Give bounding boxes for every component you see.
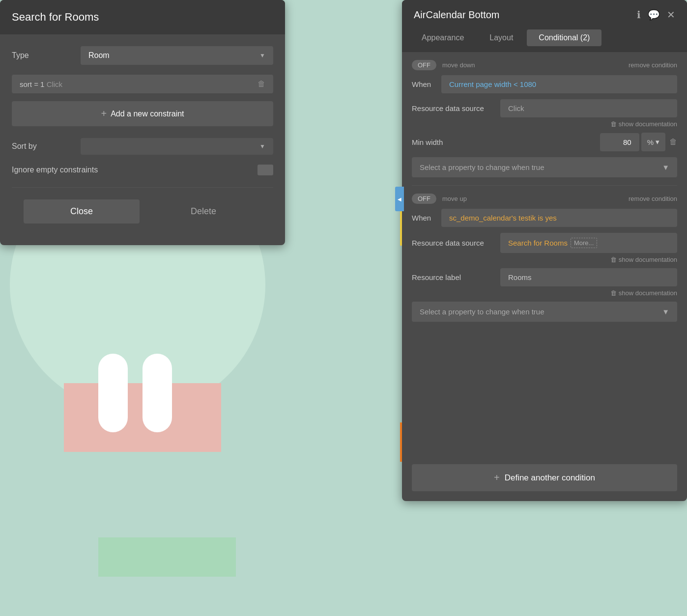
ignore-row: Ignore empty constraints <box>12 165 273 188</box>
info-icon[interactable]: ℹ <box>637 9 641 21</box>
sort-chevron-icon: ▼ <box>259 143 265 150</box>
condition-2-resource-label: Resource data source <box>412 239 500 247</box>
constraint-row[interactable]: sort = 1 Click 🗑 <box>12 75 273 93</box>
action-buttons: Close Delete <box>12 199 273 224</box>
type-label: Type <box>12 51 81 60</box>
condition-1-min-width-row: Min width 80 % ▾ 🗑 <box>412 133 677 151</box>
condition-2-resource-label-row: Resource label Rooms <box>412 268 677 286</box>
condition-1-show-doc[interactable]: 🗑 show documentation <box>610 120 677 128</box>
ignore-toggle[interactable] <box>258 165 273 175</box>
tabs: Appearance Layout Conditional (2) <box>402 29 687 52</box>
condition-1-doc-row: 🗑 show documentation <box>412 120 677 128</box>
condition-2-resource-label-label: Resource label <box>412 273 500 281</box>
constraint-click: Click <box>47 80 63 88</box>
condition-2-select-property[interactable]: Select a property to change when true ▼ <box>412 302 677 322</box>
accent-bar-orange <box>400 422 402 462</box>
tab-conditional[interactable]: Conditional (2) <box>527 29 601 46</box>
trash-small-icon: 🗑 <box>610 120 617 128</box>
sort-row: Sort by ▼ <box>12 138 273 155</box>
condition-1-select-property-label: Select a property to change when true <box>420 163 544 171</box>
tab-layout[interactable]: Layout <box>478 29 525 46</box>
type-select[interactable]: Room ▼ <box>81 46 273 65</box>
condition-1-resource-label: Resource data source <box>412 104 500 112</box>
condition-2-property-chevron-icon: ▼ <box>662 308 669 316</box>
condition-1-resource-row: Resource data source Click <box>412 99 677 117</box>
sort-select[interactable]: ▼ <box>81 138 273 155</box>
condition-2-resource-value[interactable]: Search for Rooms More... <box>500 233 677 253</box>
condition-2-resource-row: Resource data source Search for Rooms Mo… <box>412 233 677 253</box>
add-constraint-plus-icon: + <box>101 108 107 119</box>
trash-small-icon-2: 🗑 <box>610 256 617 263</box>
condition-2-when-row: When sc_demo_calendar's testik is yes <box>412 209 677 227</box>
bg-pill-left <box>98 354 128 432</box>
min-width-trash-icon[interactable]: 🗑 <box>669 138 677 146</box>
condition-2-when-value[interactable]: sc_demo_calendar's testik is yes <box>441 209 677 227</box>
condition-1-block: OFF move down remove condition When Curr… <box>412 60 677 177</box>
right-panel-body: OFF move down remove condition When Curr… <box>402 52 687 464</box>
condition-1-property-chevron-icon: ▼ <box>662 163 669 171</box>
condition-2-off-badge[interactable]: OFF <box>412 194 436 204</box>
condition-2-resource-orange: Search for Rooms <box>508 239 568 247</box>
right-panel: AirCalendar Bottom ℹ 💬 ✕ Appearance Layo… <box>402 0 687 501</box>
delete-button[interactable]: Delete <box>145 199 261 224</box>
condition-2-select-property-label: Select a property to change when true <box>420 308 544 316</box>
condition-2-doc-row: 🗑 show documentation <box>412 256 677 263</box>
condition-1-controls: OFF move down remove condition <box>412 60 677 70</box>
condition-2-move-up[interactable]: move up <box>442 195 467 202</box>
add-constraint-label: Add a new constraint <box>111 110 184 118</box>
min-width-label: Min width <box>412 138 500 146</box>
search-rooms-panel: Search for Rooms Type Room ▼ sort = 1 Cl… <box>0 0 285 245</box>
condition-1-resource-value[interactable]: Click <box>500 99 677 117</box>
condition-1-when-value[interactable]: Current page width < 1080 <box>441 75 677 93</box>
condition-2-remove[interactable]: remove condition <box>629 195 677 202</box>
close-button[interactable]: Close <box>24 199 140 224</box>
define-another-label: Define another condition <box>505 473 595 483</box>
ignore-label: Ignore empty constraints <box>12 166 98 174</box>
left-panel-header: Search for Rooms <box>0 0 285 34</box>
bg-rect-green <box>98 537 236 577</box>
trash-small-icon-3: 🗑 <box>610 289 617 297</box>
condition-2-resource-more[interactable]: More... <box>571 238 597 248</box>
condition-2-resource-label-value[interactable]: Rooms <box>500 268 677 286</box>
right-panel-header: AirCalendar Bottom ℹ 💬 ✕ <box>402 0 687 29</box>
condition-1-when-label: When <box>412 80 441 88</box>
type-row: Type Room ▼ <box>12 46 273 65</box>
define-another-button[interactable]: + Define another condition <box>412 464 677 491</box>
tab-appearance[interactable]: Appearance <box>410 29 476 46</box>
left-panel-title: Search for Rooms <box>12 11 273 24</box>
left-panel-body: Type Room ▼ sort = 1 Click 🗑 + Add a new… <box>0 34 285 235</box>
comment-icon[interactable]: 💬 <box>648 9 660 21</box>
condition-2-block: OFF move up remove condition When sc_dem… <box>412 194 677 322</box>
right-panel-title: AirCalendar Bottom <box>414 9 500 21</box>
unit-chevron-icon: ▾ <box>656 138 659 146</box>
condition-2-doc-row-2: 🗑 show documentation <box>412 289 677 297</box>
condition-1-remove[interactable]: remove condition <box>629 61 677 69</box>
condition-2-when-label: When <box>412 214 441 222</box>
header-icons: ℹ 💬 ✕ <box>637 9 675 21</box>
type-chevron-icon: ▼ <box>259 52 265 59</box>
add-constraint-button[interactable]: + Add a new constraint <box>12 101 273 126</box>
conditions-divider <box>412 185 677 186</box>
constraint-trash-icon[interactable]: 🗑 <box>258 80 265 88</box>
condition-1-off-badge[interactable]: OFF <box>412 60 436 70</box>
condition-1-select-property[interactable]: Select a property to change when true ▼ <box>412 157 677 177</box>
min-width-input[interactable]: 80 <box>600 133 639 151</box>
bg-pill-right <box>143 354 172 432</box>
condition-2-show-doc[interactable]: 🗑 show documentation <box>610 256 677 263</box>
condition-2-controls: OFF move up remove condition <box>412 194 677 204</box>
condition-2-show-doc-2[interactable]: 🗑 show documentation <box>610 289 677 297</box>
min-width-unit-select[interactable]: % ▾ <box>641 133 665 151</box>
define-plus-icon: + <box>494 472 500 483</box>
sort-by-label: Sort by <box>12 142 81 151</box>
condition-1-move-down[interactable]: move down <box>442 61 475 69</box>
constraint-text: sort = 1 Click <box>20 80 252 88</box>
sidebar-expand-btn[interactable]: ◀ <box>395 187 404 211</box>
type-value: Room <box>88 51 110 60</box>
condition-1-when-row: When Current page width < 1080 <box>412 75 677 93</box>
close-icon[interactable]: ✕ <box>667 9 675 21</box>
